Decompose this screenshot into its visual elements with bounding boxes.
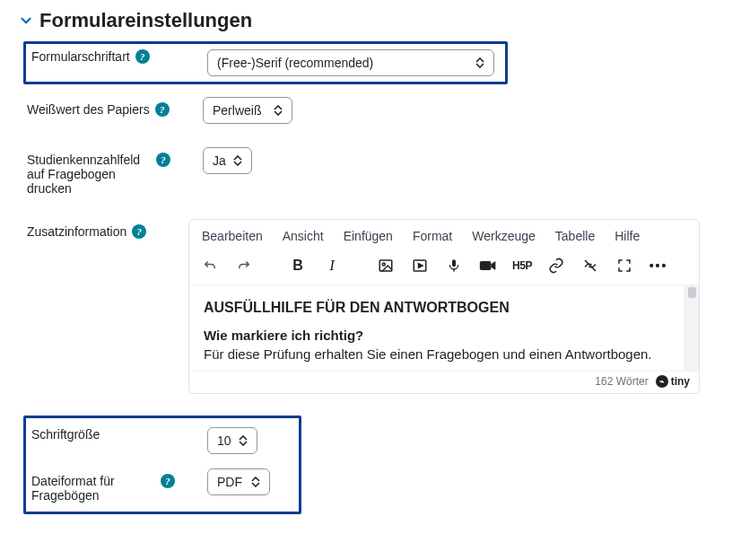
help-icon[interactable]: ? [135,49,150,64]
svg-rect-3 [452,259,456,267]
section-title: Formulareinstellungen [39,9,252,32]
label-whitepoint: Weißwert des Papiers [27,102,150,117]
menu-insert[interactable]: Einfügen [344,229,393,243]
chevron-updown-icon [239,435,248,446]
menu-table[interactable]: Tabelle [555,229,595,243]
label-extra: Zusatzinformation [27,224,126,239]
select-studyid[interactable]: Ja [203,147,252,174]
italic-button[interactable]: I [322,256,342,276]
tiny-logo: ⌁ tiny [656,375,690,388]
help-icon[interactable]: ? [156,153,170,167]
menu-help[interactable]: Hilfe [615,229,640,243]
content-question: Wie markiere ich richtig? [204,327,684,345]
media-icon[interactable] [410,256,430,276]
select-whitepoint[interactable]: Perlweiß [203,97,292,124]
h5p-button[interactable]: H5P [512,256,532,276]
select-whitepoint-value: Perlweiß [213,103,261,118]
svg-rect-0 [379,260,392,271]
chevron-updown-icon [233,155,242,166]
select-studyid-value: Ja [213,153,226,168]
label-fileformat: Dateiformat für Fragebögen [31,474,155,503]
select-font[interactable]: (Free-)Serif (recommended) [207,49,494,76]
menu-tools[interactable]: Werkzeuge [472,229,536,243]
editor-toolbar: B I H5P [189,249,699,285]
help-icon[interactable]: ? [132,224,146,239]
redo-icon[interactable] [234,256,254,276]
help-icon[interactable]: ? [161,474,175,488]
label-font: Formularschriftart [31,49,130,64]
image-icon[interactable] [376,256,396,276]
word-count: 162 Wörter [595,375,648,388]
select-fileformat[interactable]: PDF [207,468,270,495]
microphone-icon[interactable] [444,256,464,276]
video-icon[interactable] [478,256,498,276]
more-icon[interactable]: ••• [649,256,668,276]
unlink-icon[interactable] [580,256,600,276]
content-heading: AUSFÜLLHILFE FÜR DEN ANTWORTBOGEN [204,298,684,318]
label-studyid: Studienkennzahlfeld auf Fragebogen druck… [27,153,151,196]
menu-format[interactable]: Format [413,229,452,243]
chevron-updown-icon [274,105,283,116]
label-fontsize: Schriftgröße [31,427,100,442]
editor-content[interactable]: AUSFÜLLHILFE FÜR DEN ANTWORTBOGEN Wie ma… [189,285,699,371]
select-fontsize-value: 10 [217,433,231,448]
select-font-value: (Free-)Serif (recommended) [217,56,373,70]
chevron-updown-icon [251,477,260,487]
fullscreen-icon[interactable] [615,256,634,276]
menu-view[interactable]: Ansicht [283,229,324,243]
scrollbar[interactable] [684,285,699,371]
help-icon[interactable]: ? [155,102,170,117]
menu-edit[interactable]: Bearbeiten [202,229,263,243]
rich-text-editor: Bearbeiten Ansicht Einfügen Format Werkz… [188,219,700,394]
editor-menubar: Bearbeiten Ansicht Einfügen Format Werkz… [189,220,699,249]
select-fontsize[interactable]: 10 [207,427,257,454]
bold-button[interactable]: B [288,256,308,276]
undo-icon[interactable] [200,256,220,276]
collapse-toggle[interactable] [18,13,34,29]
select-fileformat-value: PDF [217,475,242,489]
content-paragraph: Für diese Prüfung erhalten Sie einen Fra… [204,346,684,363]
svg-rect-5 [480,261,492,270]
chevron-updown-icon [475,57,484,68]
svg-point-1 [382,263,385,266]
link-icon[interactable] [546,256,566,276]
